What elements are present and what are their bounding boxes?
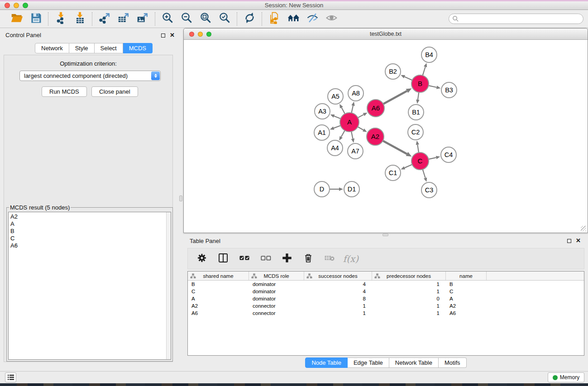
graph-node-B4[interactable]: B4	[421, 47, 437, 62]
table-cell[interactable]: 4	[304, 281, 372, 288]
graph-node-A6[interactable]: A6	[367, 100, 384, 117]
task-history-button[interactable]	[5, 372, 16, 382]
open-file-button[interactable]	[9, 11, 24, 27]
optimization-criterion-select[interactable]: largest connected component (directed)	[19, 71, 161, 81]
refresh-layout-button[interactable]	[242, 11, 257, 27]
table-cell[interactable]: B	[446, 281, 487, 288]
column-header-predecessor-nodes[interactable]: predecessor nodes	[372, 272, 446, 280]
table-cell[interactable]: A	[446, 295, 487, 302]
table-cell[interactable]: 1	[372, 288, 446, 295]
edge-B-B1[interactable]	[416, 92, 419, 104]
graph-node-B[interactable]: B	[411, 75, 429, 92]
graph-node-A3[interactable]: A3	[315, 104, 330, 119]
table-row[interactable]: Cdominator41C	[188, 288, 584, 295]
edge-A-A8[interactable]	[351, 102, 354, 113]
zoom-fit-button[interactable]	[198, 11, 213, 27]
column-header-MCDS-role[interactable]: MCDS role	[249, 272, 304, 280]
export-network-button[interactable]	[97, 11, 112, 27]
edge-A-A2[interactable]	[358, 127, 367, 132]
maximize-window-icon[interactable]	[23, 3, 28, 8]
gear-button[interactable]	[195, 252, 209, 266]
edge-C-C3[interactable]	[423, 169, 427, 182]
table-cell[interactable]: 0	[372, 295, 446, 302]
table-cell[interactable]: dominator	[249, 288, 304, 295]
deselect-all-button[interactable]	[259, 252, 272, 266]
mcds-result-item[interactable]: A2	[10, 213, 171, 220]
table-cell[interactable]: 1	[372, 310, 446, 317]
import-network-button[interactable]	[53, 11, 68, 27]
edge-A-A5[interactable]	[339, 104, 345, 114]
tab-network-table[interactable]: Network Table	[389, 357, 439, 368]
edge-A6-B[interactable]	[383, 88, 412, 104]
memory-button[interactable]: Memory	[548, 372, 584, 382]
edge-C-C2[interactable]	[416, 141, 419, 152]
graph-node-C[interactable]: C	[411, 152, 429, 170]
tab-select[interactable]: Select	[95, 43, 123, 53]
zoom-in-button[interactable]	[160, 11, 175, 27]
close-network-icon[interactable]	[189, 32, 194, 37]
select-all-button[interactable]	[238, 252, 251, 266]
table-row[interactable]: Bdominator41B	[188, 281, 584, 288]
graph-node-D1[interactable]: D1	[344, 181, 359, 197]
edge-A-A3[interactable]	[330, 114, 341, 119]
graph-node-A7[interactable]: A7	[348, 143, 363, 159]
mcds-result-item[interactable]: A	[10, 220, 171, 228]
split-view-button[interactable]	[216, 252, 230, 266]
network-window-titlebar[interactable]: testGlobe.txt	[184, 29, 588, 40]
edge-A-A1[interactable]	[330, 125, 341, 129]
edge-C-C4[interactable]	[429, 156, 440, 159]
table-cell[interactable]: 4	[304, 288, 372, 295]
graph-node-C1[interactable]: C1	[385, 165, 401, 181]
table-row[interactable]: A6connector11A6	[188, 310, 584, 317]
graph-node-B3[interactable]: B3	[441, 82, 457, 98]
table-row[interactable]: Adominator80A	[188, 295, 584, 302]
table-cell[interactable]: C	[446, 288, 487, 295]
mcds-result-item[interactable]: C	[10, 235, 171, 242]
mcds-result-item[interactable]: B	[10, 228, 171, 235]
close-panel-button[interactable]: Close panel	[91, 86, 138, 97]
table-cell[interactable]: dominator	[249, 281, 304, 288]
edge-B-B2[interactable]	[401, 75, 412, 80]
hide-panel-button[interactable]	[305, 11, 320, 27]
graph-node-A2[interactable]: A2	[367, 128, 384, 145]
horizontal-divider-grip[interactable]	[382, 234, 388, 236]
clone-network-button[interactable]	[267, 11, 282, 27]
table-cell[interactable]: A6	[188, 310, 249, 317]
graph-node-A8[interactable]: A8	[348, 86, 363, 101]
table-cell[interactable]: connector	[249, 302, 304, 310]
graph-node-C2[interactable]: C2	[408, 124, 423, 140]
table-cell[interactable]: B	[188, 281, 249, 288]
column-header-name[interactable]: name	[446, 272, 487, 280]
graph-node-B1[interactable]: B1	[408, 105, 424, 120]
zoom-selected-button[interactable]	[217, 11, 232, 27]
scrollbar[interactable]	[166, 212, 171, 359]
column-header-shared-name[interactable]: shared name	[188, 272, 249, 280]
graph-node-A1[interactable]: A1	[314, 125, 330, 140]
tab-node-table[interactable]: Node Table	[305, 357, 348, 368]
minimize-network-icon[interactable]	[198, 32, 203, 37]
tab-edge-table[interactable]: Edge Table	[348, 357, 389, 368]
table-cell[interactable]: A6	[446, 310, 487, 317]
tab-network[interactable]: Network	[35, 43, 69, 53]
resize-grip-icon[interactable]	[581, 226, 586, 231]
table-cell[interactable]: 1	[304, 302, 372, 310]
table-cell[interactable]: 1	[372, 302, 446, 310]
graph-node-D[interactable]: D	[314, 181, 330, 197]
table-cell[interactable]: 8	[304, 295, 372, 302]
run-mcds-button[interactable]: Run MCDS	[42, 86, 87, 97]
table-cell[interactable]: 1	[372, 281, 446, 288]
tab-style[interactable]: Style	[69, 43, 95, 53]
delete-button[interactable]	[301, 252, 315, 266]
table-cell[interactable]: C	[188, 288, 249, 295]
edge-A2-C[interactable]	[383, 141, 412, 157]
table-cell[interactable]: A2	[188, 302, 249, 310]
close-table-panel-icon[interactable]: ✕	[576, 238, 581, 243]
export-table-button[interactable]	[116, 11, 131, 27]
float-table-panel-icon[interactable]	[567, 239, 571, 243]
tab-mcds[interactable]: MCDS	[123, 43, 153, 53]
graph-node-A[interactable]: A	[340, 113, 359, 132]
edge-A-A4[interactable]	[339, 130, 344, 140]
mcds-result-list[interactable]: A2ABCA6	[8, 212, 171, 360]
graph-node-C4[interactable]: C4	[441, 147, 456, 162]
edge-A-A7[interactable]	[351, 132, 354, 143]
